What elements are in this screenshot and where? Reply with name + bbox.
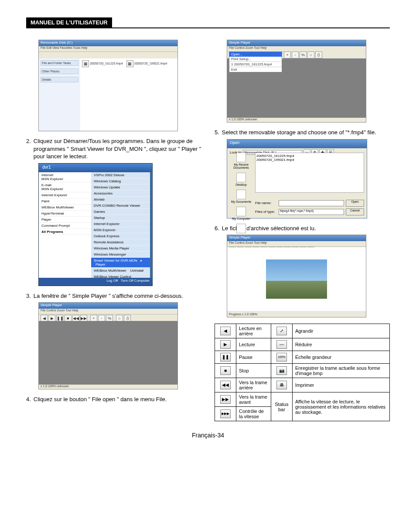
opendlg-side-item: My Documents bbox=[229, 190, 253, 203]
table-row: ▶ Lecture — Réduire bbox=[215, 338, 390, 351]
scale-icon: 100% bbox=[276, 353, 287, 361]
rewind-icon: ◀ bbox=[220, 327, 231, 335]
explorer-file1: 20050720_161225.fmp4 bbox=[90, 62, 123, 65]
step-2-num: 2. bbox=[26, 137, 31, 160]
startmenu-right-item: Outlook Express bbox=[91, 233, 150, 239]
startmenu-left-item: Player bbox=[39, 217, 91, 223]
startmenu-sub-player: Player bbox=[95, 263, 106, 266]
startmenu-right-item: Remote Assistance bbox=[91, 239, 150, 246]
manual-header-title: MANUEL DE L'UTILISATEUR bbox=[26, 17, 112, 27]
startmenu-left-item: HyperTerminal bbox=[39, 211, 91, 217]
toolbar-icon: ○ bbox=[307, 51, 314, 58]
startmenu-right-item: Windows Media Player bbox=[91, 246, 150, 252]
sp-status: x 1.0 100% unknown bbox=[39, 385, 177, 389]
snapshot-icon: 📷 bbox=[276, 366, 287, 375]
startmenu-right-item: VSPro 2002 Deluxe bbox=[91, 172, 150, 178]
step-5: 5. Select the removable storage and choo… bbox=[215, 129, 390, 136]
step-3: 3. La fenêtre de " Simple Player " s'aff… bbox=[26, 292, 201, 300]
step-3-text: La fenêtre de " Simple Player " s'affich… bbox=[34, 292, 201, 300]
file-icon: ▦ bbox=[82, 60, 89, 67]
startmenu-right-item-highlight: Smart Viewer for DVR-MON ▸ Player bbox=[91, 258, 150, 268]
startmenu-right-item: Ahnlab bbox=[91, 197, 150, 203]
startmenu-right-item: Internet Explorer bbox=[91, 221, 150, 227]
opendlg-filename-field bbox=[279, 200, 344, 206]
pause-icon: ❚❚ bbox=[220, 353, 231, 361]
startmenu-right-item: MSN Explorer bbox=[91, 227, 150, 233]
toolbar-icon: ⎙ bbox=[315, 51, 322, 58]
step-2: 2. Cliquez sur Démarrer/Tous les program… bbox=[26, 137, 201, 160]
file-icon: ▦ bbox=[126, 60, 133, 67]
opendlg-open-button: Open bbox=[346, 200, 364, 207]
screenshot-simpleplayer-playing: Simple Player File Control Zoom Tool Hel… bbox=[227, 235, 366, 317]
ctrl-label: Contrôle de la vitesse bbox=[236, 407, 271, 421]
table-row: ◀◀ Vers la trame arrière 🖶 Imprimer bbox=[215, 378, 390, 392]
ctrl-label: Lecture bbox=[236, 338, 271, 351]
table-row: ◀ Lecture en arrière ⤢ Agrandir bbox=[215, 324, 390, 338]
startmenu-left-item: WEBbox MultiViewer bbox=[39, 205, 91, 211]
step-4-num: 4. bbox=[26, 396, 31, 403]
opendlg-side-item: My Computer bbox=[229, 207, 253, 220]
sp3-menu: File Control Zoom Tool Help bbox=[227, 241, 366, 247]
sp-title: Simple Player bbox=[39, 303, 177, 309]
opendlg-side-item: My Recent Documents bbox=[229, 153, 253, 169]
startmenu-left-item: E-mailMSN Explorer bbox=[39, 182, 91, 192]
table-row: ■ Stop 📷 Enregistrer la trame actuelle s… bbox=[215, 364, 390, 378]
startmenu-right-item: Windows Catalog bbox=[91, 178, 150, 184]
explorer-titlebar: Removable Disk (E:) bbox=[39, 40, 177, 46]
page-footer: Français-34 bbox=[26, 432, 390, 439]
controls-table: ◀ Lecture en arrière ⤢ Agrandir ▶ Lectur… bbox=[215, 324, 390, 421]
screenshot-explorer: Removable Disk (E:) File Edit View Favor… bbox=[38, 40, 178, 131]
speed-icon: ▶▶▶ bbox=[220, 409, 231, 418]
framefwd-icon: ▶▶ bbox=[220, 395, 231, 404]
startmenu-left-item: Command Prompt bbox=[39, 223, 91, 229]
startmenu-left-item: Internet Explorer bbox=[39, 192, 91, 198]
sp2-title: Simple Player bbox=[227, 40, 366, 46]
manual-header: MANUEL DE L'UTILISATEUR bbox=[26, 17, 390, 28]
explorer-details: Details bbox=[41, 77, 78, 82]
startmenu-right-item: Startup bbox=[91, 215, 150, 221]
step-2-text: Cliquez sur Démarrer/Tous les programmes… bbox=[34, 137, 201, 160]
explorer-menubar: File Edit View Favorites Tools Help bbox=[39, 46, 177, 52]
print-icon: 🖶 bbox=[276, 381, 287, 389]
ctrl-label: Lecture en arrière bbox=[236, 324, 271, 338]
step-5-num: 5. bbox=[215, 129, 219, 136]
step-4-text: Cliquez sur le bouton " File open " dans… bbox=[34, 396, 201, 403]
sp3-status: Progress x 1.0 100% bbox=[227, 313, 366, 317]
step-6-num: 6. bbox=[215, 225, 219, 232]
ctrl-label: Agrandir bbox=[292, 324, 389, 338]
ctrl-label: Enregistrer la trame actuelle sous forme… bbox=[292, 364, 389, 378]
zoomout-icon: — bbox=[276, 340, 287, 349]
zoomin-icon: ⤢ bbox=[276, 327, 287, 335]
screenshot-simpleplayer-filemenu: Simple Player File Control Zoom Tool Hel… bbox=[227, 40, 366, 123]
startmenu-left-item: Paint bbox=[39, 198, 91, 205]
file-exit-item: Exit bbox=[229, 67, 282, 72]
opendlg-side-item: Desktop bbox=[229, 173, 253, 186]
table-row: ▶▶ Vers la trame avant Status bar Affich… bbox=[215, 392, 390, 407]
frameback-icon: ◀◀ bbox=[220, 381, 231, 389]
ctrl-label: Vers la trame arrière bbox=[236, 378, 271, 392]
toolbar-icon: % bbox=[300, 51, 307, 58]
screenshot-startmenu: dvr1 InternetMSN Explorer E-mailMSN Expl… bbox=[38, 163, 153, 286]
startmenu-right-item: WEBbox MultiViewer Uninstall bbox=[91, 268, 150, 274]
opendlg-title: Open bbox=[227, 140, 367, 148]
video-frame bbox=[266, 259, 327, 299]
step-3-num: 3. bbox=[26, 292, 31, 300]
toolbar-icon: - bbox=[292, 51, 299, 58]
startmenu-allprograms: All Programs bbox=[39, 229, 91, 235]
explorer-tasks: File and Folder Tasks bbox=[41, 60, 78, 66]
ctrl-label: Stop bbox=[236, 364, 271, 378]
ctrl-label: Réduire bbox=[292, 338, 389, 351]
ctrl-label: Affiche la vitesse de lecture, le grossi… bbox=[292, 392, 389, 421]
statusbar-label: Status bar bbox=[271, 392, 292, 421]
explorer-file2: 20050720_195021.fmp4 bbox=[134, 62, 167, 65]
startmenu-logoff: Log Off bbox=[106, 279, 118, 283]
startmenu-left-item: InternetMSN Explorer bbox=[39, 172, 91, 182]
opendlg-filetype-field: Mpeg4 file(*.mpe;*.fmp4) bbox=[279, 209, 344, 215]
file-printsetup-item: Print Setup... bbox=[229, 57, 282, 61]
opendlg-file1: 20050720_161225.fmp4 bbox=[256, 154, 363, 158]
startmenu-user: dvr1 bbox=[39, 164, 152, 172]
screenshot-simpleplayer-empty: Simple Player File Control Zoom Tool Hel… bbox=[38, 302, 178, 389]
startmenu-right-item: Games bbox=[91, 209, 150, 215]
screenshot-opendialog: Open Look in: Removable Disk (E:) ⇦ ⤊ ✚ … bbox=[227, 139, 367, 218]
step-4: 4. Cliquez sur le bouton " File open " d… bbox=[26, 396, 201, 403]
